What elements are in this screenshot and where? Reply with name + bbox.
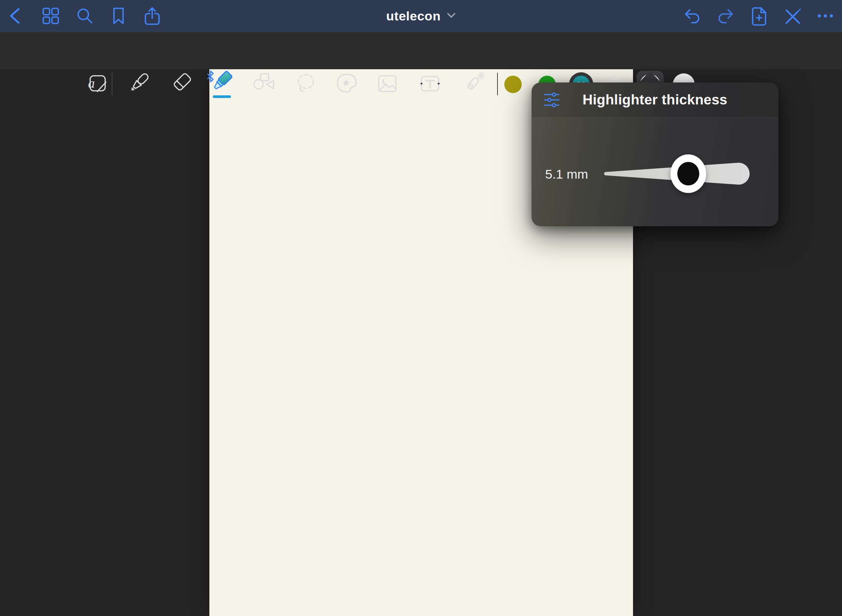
lasso-icon	[293, 71, 318, 98]
eraser-icon	[168, 71, 193, 98]
tool-highlighter[interactable]	[207, 72, 232, 97]
thickness-slider[interactable]	[532, 82, 778, 226]
tool-shapes[interactable]	[251, 72, 277, 97]
laser-pointer-icon	[460, 71, 486, 98]
tool-elements[interactable]	[334, 72, 360, 97]
svg-text:a: a	[88, 76, 95, 91]
scribble-to-text-icon: a	[84, 71, 110, 98]
sticker-star-icon	[334, 71, 360, 98]
selected-tool-underline	[213, 95, 231, 98]
tool-scribble-to-text[interactable]: a	[84, 72, 110, 97]
tool-eraser[interactable]	[168, 72, 193, 97]
stylus-crossed-icon	[781, 5, 803, 26]
redo-icon	[715, 5, 736, 26]
ellipsis-icon	[815, 5, 836, 26]
undo-icon	[681, 5, 703, 26]
popup-caret	[639, 72, 661, 83]
text-icon	[417, 71, 443, 98]
tool-text[interactable]	[417, 72, 443, 97]
redo-button[interactable]	[715, 5, 736, 26]
tool-laser-pointer[interactable]	[460, 72, 486, 97]
toolbar-divider	[112, 73, 112, 95]
tool-lasso[interactable]	[293, 72, 318, 97]
highlighter-icon	[206, 70, 233, 99]
tool-pen[interactable]	[126, 72, 152, 97]
pen-icon	[126, 71, 152, 98]
chevron-down-icon	[447, 12, 456, 20]
undo-button[interactable]	[681, 5, 703, 26]
add-page-button[interactable]	[748, 5, 770, 26]
color-swatch-olive[interactable]	[504, 76, 522, 93]
image-icon	[374, 71, 400, 98]
tool-image[interactable]	[374, 72, 400, 97]
bluetooth-icon	[208, 71, 213, 82]
tools-toolbar: a	[0, 32, 842, 69]
stylus-toggle-button[interactable]	[781, 5, 803, 26]
highlighter-thickness-popup: Highlighter thickness 5.1 mm	[532, 82, 778, 226]
add-page-icon	[748, 5, 770, 26]
notes-app-window: utelecon	[0, 0, 842, 616]
shapes-icon	[251, 71, 277, 98]
more-button[interactable]	[815, 5, 836, 26]
toolbar-divider	[497, 73, 498, 95]
slider-thumb[interactable]	[670, 154, 706, 193]
page-title: utelecon	[386, 9, 441, 23]
top-navigation-bar: utelecon	[0, 0, 842, 32]
